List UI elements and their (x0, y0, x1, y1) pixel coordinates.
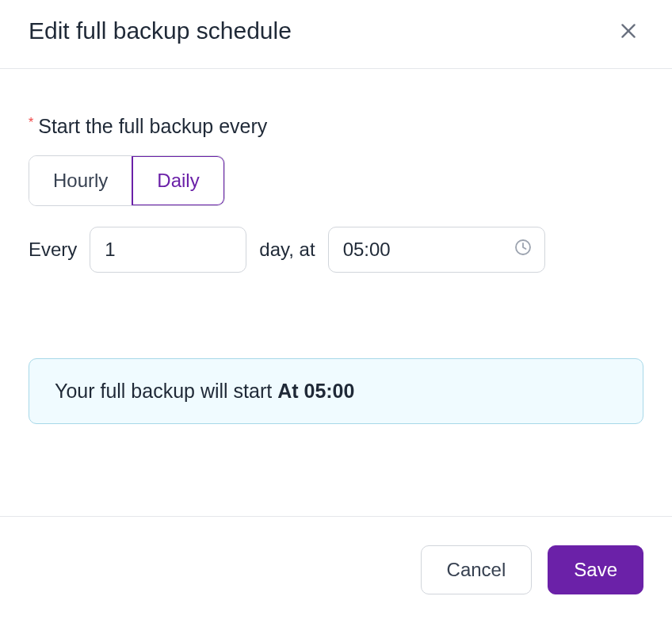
schedule-summary-alert: Your full backup will start At 05:00 (29, 358, 643, 424)
frequency-segmented-control: Hourly Daily (29, 155, 225, 206)
save-button[interactable]: Save (548, 545, 643, 594)
cancel-button[interactable]: Cancel (421, 545, 533, 594)
frequency-label: * Start the full backup every (29, 115, 643, 138)
time-input-wrapper (328, 227, 545, 273)
modal-header: Edit full backup schedule (0, 0, 672, 69)
summary-prefix: Your full backup will start (55, 380, 277, 402)
edit-backup-schedule-modal: Edit full backup schedule * Start the fu… (0, 0, 672, 623)
modal-footer: Cancel Save (0, 516, 672, 623)
frequency-label-text: Start the full backup every (38, 115, 267, 138)
modal-body: * Start the full backup every Hourly Dai… (0, 69, 672, 516)
interval-count-input[interactable] (90, 227, 246, 273)
required-indicator: * (29, 117, 33, 129)
frequency-field: * Start the full backup every Hourly Dai… (29, 115, 643, 273)
every-label: Every (29, 239, 77, 261)
close-icon (618, 21, 639, 41)
frequency-option-daily[interactable]: Daily (132, 155, 224, 206)
summary-time: At 05:00 (277, 380, 354, 402)
close-button[interactable] (613, 16, 643, 46)
time-input[interactable] (328, 227, 545, 273)
interval-row: Every day, at (29, 227, 643, 273)
unit-label: day, at (259, 239, 315, 261)
frequency-option-hourly[interactable]: Hourly (29, 156, 132, 205)
modal-title: Edit full backup schedule (29, 17, 292, 44)
